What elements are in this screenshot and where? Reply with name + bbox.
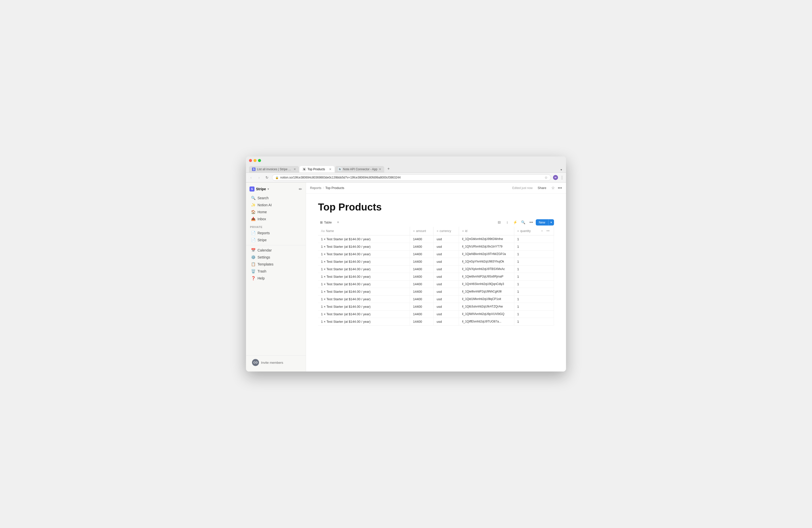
- table-row[interactable]: 1 × Test Starter (at $144.00 / year)1440…: [318, 250, 554, 258]
- sidebar-item-label-reports: Reports: [258, 231, 270, 235]
- filter-button[interactable]: ⊟: [496, 219, 503, 226]
- currency-cell: usd: [434, 258, 459, 265]
- more-options-button[interactable]: •••: [558, 186, 562, 190]
- search-button[interactable]: 🔍: [520, 219, 527, 226]
- new-record-main[interactable]: New: [536, 219, 548, 225]
- new-tab-button[interactable]: +: [385, 165, 392, 173]
- name-cell: 1 × Test Starter (at $144.00 / year): [318, 310, 410, 318]
- favorite-button[interactable]: ☆: [551, 186, 555, 190]
- sidebar-item-notion-ai[interactable]: ✨ Notion AI: [247, 202, 305, 208]
- maximize-button[interactable]: [258, 159, 261, 162]
- table-row[interactable]: 1 × Test Starter (at $144.00 / year)1440…: [318, 243, 554, 250]
- table-row[interactable]: 1 × Test Starter (at $144.00 / year)1440…: [318, 303, 554, 310]
- name-cell: 1 × Test Starter (at $144.00 / year): [318, 295, 410, 303]
- sidebar-item-calendar[interactable]: 📅 Calendar: [247, 247, 305, 254]
- address-bar[interactable]: 🔒 notion.so/19fce380694c80369883de0c139b…: [272, 174, 551, 181]
- browser-tab-1[interactable]: S List all invoices | Stripe API R... ✕: [249, 166, 299, 173]
- amount-cell: 14400: [410, 243, 434, 250]
- automation-button[interactable]: ⚡: [512, 219, 519, 226]
- new-page-button[interactable]: ✏: [297, 186, 304, 192]
- sidebar-item-stripe[interactable]: 📄 Stripe: [247, 236, 305, 244]
- col-header-id: ≡ id: [459, 227, 514, 235]
- table-row[interactable]: 1 × Test Starter (at $144.00 / year)1440…: [318, 318, 554, 325]
- minimize-button[interactable]: [253, 159, 257, 162]
- name-cell: 1 × Test Starter (at $144.00 / year): [318, 318, 410, 325]
- tab-label-1: List all invoices | Stripe API R...: [257, 167, 292, 171]
- currency-cell: usd: [434, 280, 459, 288]
- id-cell: il_1QiVXplvnhti2qU9TBSXMxAc: [459, 265, 514, 273]
- col-header-name: Aa Name: [318, 227, 410, 235]
- table-row[interactable]: 1 × Test Starter (at $144.00 / year)1440…: [318, 288, 554, 295]
- close-button[interactable]: [249, 159, 252, 162]
- table-row[interactable]: 1 × Test Starter (at $144.00 / year)1440…: [318, 280, 554, 288]
- reports-icon: 📄: [251, 231, 256, 235]
- refresh-button[interactable]: ↻: [264, 175, 270, 180]
- tab-list-chevron[interactable]: ▾: [560, 167, 563, 173]
- sidebar-item-reports[interactable]: 📄 Reports: [247, 230, 305, 236]
- quantity-cell: 1: [514, 310, 554, 318]
- invite-members-button[interactable]: CO Invite members: [248, 357, 304, 367]
- col-header-currency: ≡ currency: [434, 227, 459, 235]
- workspace-name[interactable]: S Stripe ▾: [248, 186, 271, 192]
- sidebar-item-trash[interactable]: 🗑️ Trash: [247, 268, 305, 275]
- table-view-label: Table: [324, 220, 332, 224]
- currency-cell: usd: [434, 243, 459, 250]
- table-row[interactable]: 1 × Test Starter (at $144.00 / year)1440…: [318, 265, 554, 273]
- table-toolbar: ⊞ Table + ⊟ ↕ ⚡ 🔍 ••• New ▾: [318, 219, 554, 226]
- new-record-dropdown[interactable]: ▾: [548, 220, 554, 225]
- browser-more-icon[interactable]: ⋮: [560, 175, 564, 180]
- amount-cell: 14400: [410, 273, 434, 280]
- sidebar-item-label-settings: Settings: [258, 255, 270, 259]
- add-view-button[interactable]: +: [335, 220, 341, 225]
- sidebar-item-inbox[interactable]: 📥 Inbox: [247, 216, 305, 222]
- forward-button[interactable]: ›: [256, 175, 262, 180]
- quantity-col-icon: ≡: [517, 229, 519, 233]
- sidebar-item-label-calendar: Calendar: [258, 248, 272, 252]
- sort-button[interactable]: ↕: [504, 219, 511, 226]
- table-more-button[interactable]: •••: [528, 219, 535, 226]
- sidebar-item-label-search: Search: [258, 196, 269, 200]
- stripe-doc-icon: 📄: [251, 238, 256, 242]
- table-row[interactable]: 1 × Test Starter (at $144.00 / year)1440…: [318, 310, 554, 318]
- id-cell: il_1QlVzRlvnhti2qU9x1tnYT79: [459, 243, 514, 250]
- table-body: 1 × Test Starter (at $144.00 / year)1440…: [318, 235, 554, 325]
- new-record-button[interactable]: New ▾: [536, 219, 554, 225]
- currency-cell: usd: [434, 250, 459, 258]
- col-header-amount: ≡ amount: [410, 227, 434, 235]
- table-icon: ⊞: [320, 220, 323, 224]
- table-row[interactable]: 1 × Test Starter (at $144.00 / year)1440…: [318, 295, 554, 303]
- sidebar-item-settings[interactable]: ⚙️ Settings: [247, 254, 305, 261]
- id-cell: il_1QieNBlvnhti2qU9THWZGPJa: [459, 250, 514, 258]
- page-actions: Edited just now Share ☆ •••: [512, 185, 562, 191]
- sidebar-item-search[interactable]: 🔍 Search: [247, 194, 305, 202]
- workspace-chevron-icon: ▾: [267, 188, 269, 191]
- currency-cell: usd: [434, 318, 459, 325]
- tab-close-2[interactable]: ✕: [329, 167, 332, 171]
- tab-close-3[interactable]: ✕: [379, 167, 381, 171]
- sidebar-item-templates[interactable]: 📋 Templates: [247, 261, 305, 268]
- table-row[interactable]: 1 × Test Starter (at $144.00 / year)1440…: [318, 235, 554, 243]
- sidebar-item-home[interactable]: 🏠 Home: [247, 208, 305, 216]
- breadcrumb-parent[interactable]: Reports: [310, 186, 321, 190]
- col-more-button[interactable]: •••: [545, 228, 551, 234]
- add-col-button[interactable]: +: [539, 228, 545, 234]
- currency-col-icon: ≡: [436, 229, 438, 233]
- back-button[interactable]: ‹: [248, 175, 254, 180]
- browser-tab-2[interactable]: N Top Products ✕: [300, 166, 334, 173]
- sidebar-section-private: Private: [246, 222, 306, 230]
- bookmark-icon[interactable]: ☆: [545, 176, 548, 179]
- share-button[interactable]: Share: [536, 185, 548, 191]
- tab-close-1[interactable]: ✕: [293, 167, 296, 171]
- table-row[interactable]: 1 × Test Starter (at $144.00 / year)1440…: [318, 273, 554, 280]
- notion-ai-icon: ✨: [251, 203, 256, 207]
- table-row[interactable]: 1 × Test Starter (at $144.00 / year)1440…: [318, 258, 554, 265]
- id-col-label: id: [465, 229, 467, 233]
- breadcrumb: Reports / Top Products: [310, 186, 344, 190]
- browser-tab-3[interactable]: N Note API Connector - App ✕: [335, 166, 384, 173]
- profile-avatar[interactable]: M: [553, 175, 558, 180]
- table-view-button[interactable]: ⊞ Table: [318, 220, 334, 225]
- sidebar-item-help[interactable]: ❓ Help: [247, 275, 305, 282]
- sidebar-item-label-templates: Templates: [258, 262, 274, 266]
- page-content: Top Products ⊞ Table + ⊟ ↕ ⚡ 🔍: [306, 193, 566, 371]
- amount-cell: 14400: [410, 288, 434, 295]
